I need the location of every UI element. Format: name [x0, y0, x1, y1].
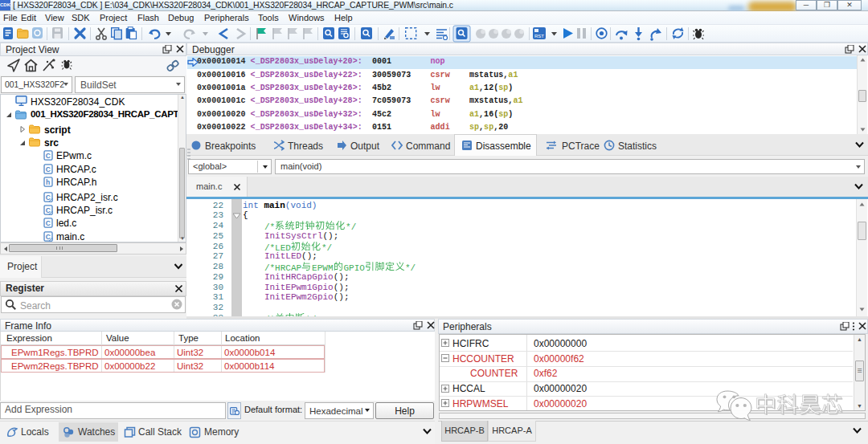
- svg-text:C: C: [46, 193, 51, 202]
- svg-text:C: C: [46, 152, 51, 160]
- svg-text:RST: RST: [534, 34, 544, 39]
- svg-text:C: C: [46, 233, 51, 241]
- svg-text:C: C: [46, 165, 51, 173]
- svg-text:C: C: [46, 219, 51, 227]
- svg-text:h: h: [46, 178, 50, 186]
- svg-text:C: C: [46, 206, 51, 214]
